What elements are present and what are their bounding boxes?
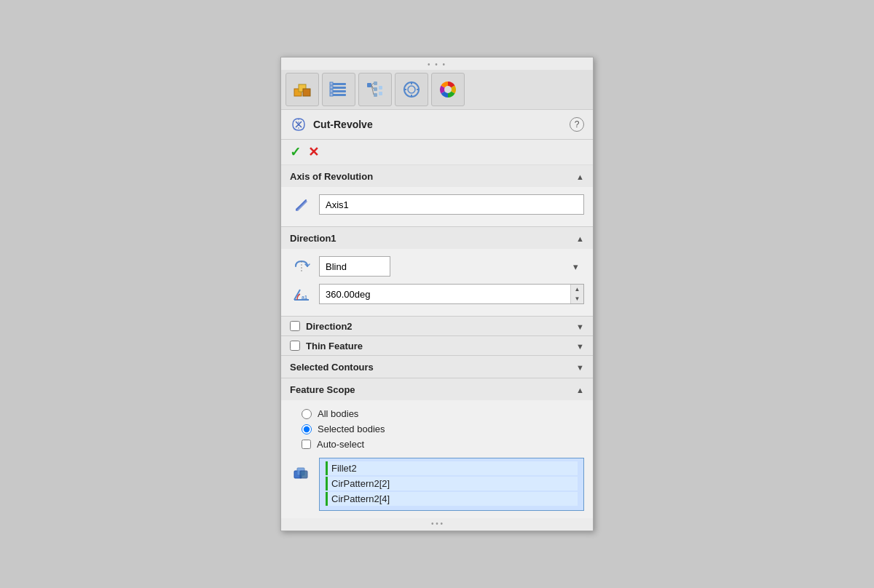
svg-rect-6: [331, 94, 346, 96]
svg-rect-14: [374, 93, 377, 97]
direction2-header[interactable]: Direction2: [281, 317, 593, 335]
selected-bodies-row: Selected bodies: [302, 421, 584, 437]
thin-feature-header[interactable]: Thin Feature: [281, 336, 593, 355]
svg-rect-11: [367, 83, 371, 87]
direction1-header[interactable]: Direction1: [281, 227, 593, 249]
feature-scope-chevron-icon: [576, 384, 584, 395]
direction2-checkbox[interactable]: [290, 321, 300, 331]
svg-rect-13: [374, 87, 377, 91]
direction2-title: Direction2: [306, 321, 576, 332]
list-item[interactable]: CirPattern2[2]: [326, 477, 578, 490]
all-bodies-row: All bodies: [302, 406, 584, 421]
auto-select-row: Auto-select: [302, 437, 584, 452]
help-button[interactable]: ?: [570, 117, 584, 132]
axis-input-row: [290, 193, 584, 216]
cancel-button[interactable]: ✕: [308, 144, 319, 160]
selected-contours-header[interactable]: Selected Contours: [281, 356, 593, 378]
feature-scope-header[interactable]: Feature Scope: [281, 378, 593, 400]
color-wheel-icon: [438, 79, 458, 100]
action-bar: ✓ ✕: [281, 140, 593, 165]
axis-of-revolution-content: [281, 187, 593, 226]
tree-toolbar-button[interactable]: [358, 73, 392, 106]
direction1-section: Direction1 Blind Through All Up to: [281, 227, 593, 317]
svg-rect-10: [330, 93, 333, 96]
thin-feature-chevron-icon: [576, 340, 584, 351]
feature-scope-content: All bodies Selected bodies Auto-select: [281, 400, 593, 518]
axis-of-revolution-title: Axis of Revolution: [290, 171, 576, 182]
axis-icon: [290, 193, 313, 216]
svg-rect-15: [379, 86, 382, 90]
feature-scope-title: Feature Scope: [290, 384, 576, 395]
thin-feature-title: Thin Feature: [306, 341, 576, 351]
axis-input[interactable]: [319, 194, 584, 215]
auto-select-checkbox[interactable]: [302, 440, 311, 449]
blocks-toolbar-button[interactable]: [286, 73, 319, 106]
blocks-icon: [291, 79, 313, 100]
bottom-drag-handle[interactable]: • • •: [281, 518, 593, 531]
toolbar: [281, 70, 593, 110]
selected-bodies-label: Selected bodies: [318, 424, 385, 434]
direction1-type-row: Blind Through All Up to Surface Up to Ve…: [290, 255, 584, 278]
direction1-type-select[interactable]: Blind Through All Up to Surface Up to Ve…: [319, 256, 390, 277]
list-item[interactable]: Fillet2: [326, 461, 578, 475]
svg-rect-2: [303, 89, 310, 96]
direction2-chevron-icon: [576, 320, 584, 332]
spinbox-buttons: ▲ ▼: [570, 285, 583, 303]
scope-radio-group: All bodies Selected bodies Auto-select: [290, 406, 584, 452]
svg-rect-4: [331, 87, 346, 89]
axis-of-revolution-section: Axis of Revolution: [281, 165, 593, 227]
cut-revolve-icon: [290, 116, 307, 133]
direction1-content: Blind Through All Up to Surface Up to Ve…: [281, 249, 593, 316]
svg-text:a1: a1: [302, 295, 307, 300]
feature-scope-section: Feature Scope All bodies Selected bodies…: [281, 378, 593, 518]
target-toolbar-button[interactable]: [395, 73, 428, 106]
svg-line-17: [371, 83, 374, 85]
all-bodies-label: All bodies: [318, 408, 358, 419]
svg-rect-34: [300, 471, 307, 478]
direction1-chevron-icon: [576, 232, 584, 244]
body-list[interactable]: Fillet2 CirPattern2[2] CirPattern2[4]: [319, 458, 584, 511]
direction1-angle-row: a1 ▲ ▼: [290, 282, 584, 306]
axis-chevron-icon: [576, 170, 584, 182]
direction2-section: Direction2: [281, 317, 593, 336]
panel-title: Cut-Revolve: [313, 119, 564, 130]
body-list-icon: [290, 461, 313, 484]
angle-increment-button[interactable]: ▲: [571, 285, 583, 294]
revolve-icon: [291, 256, 312, 277]
svg-point-21: [408, 86, 415, 93]
svg-rect-5: [331, 90, 346, 92]
selected-bodies-radio[interactable]: [302, 424, 312, 434]
selected-contours-chevron-icon: [576, 361, 584, 373]
body-icon: [291, 462, 312, 482]
angle-input[interactable]: [320, 285, 570, 303]
svg-rect-12: [374, 82, 377, 85]
list-toolbar-button[interactable]: [322, 73, 355, 106]
direction1-title: Direction1: [290, 233, 576, 244]
body-list-row: Fillet2 CirPattern2[2] CirPattern2[4]: [290, 458, 584, 511]
thin-feature-checkbox[interactable]: [290, 341, 300, 351]
svg-point-27: [444, 86, 452, 93]
target-icon: [401, 79, 422, 100]
angle-icon: a1: [291, 284, 312, 304]
panel-header: Cut-Revolve ?: [281, 110, 593, 140]
all-bodies-radio[interactable]: [302, 409, 312, 419]
top-drag-handle[interactable]: • • •: [281, 57, 593, 70]
svg-rect-3: [331, 83, 346, 85]
svg-rect-9: [330, 90, 333, 92]
ok-button[interactable]: ✓: [290, 144, 301, 160]
tree-icon: [365, 79, 385, 100]
selected-contours-section: Selected Contours: [281, 356, 593, 378]
revolve-type-icon: [290, 255, 313, 278]
color-wheel-toolbar-button[interactable]: [431, 73, 465, 106]
pencil-icon: [293, 196, 310, 213]
direction1-type-wrapper: Blind Through All Up to Surface Up to Ve…: [319, 256, 584, 277]
angle-spinbox: ▲ ▼: [319, 284, 584, 304]
svg-rect-8: [330, 86, 333, 89]
selected-contours-title: Selected Contours: [290, 362, 576, 373]
auto-select-label: Auto-select: [317, 439, 364, 450]
thin-feature-section: Thin Feature: [281, 336, 593, 356]
cut-revolve-panel: • • •: [280, 57, 594, 531]
list-item[interactable]: CirPattern2[4]: [326, 492, 578, 506]
angle-decrement-button[interactable]: ▼: [571, 294, 583, 303]
axis-of-revolution-header[interactable]: Axis of Revolution: [281, 165, 593, 187]
